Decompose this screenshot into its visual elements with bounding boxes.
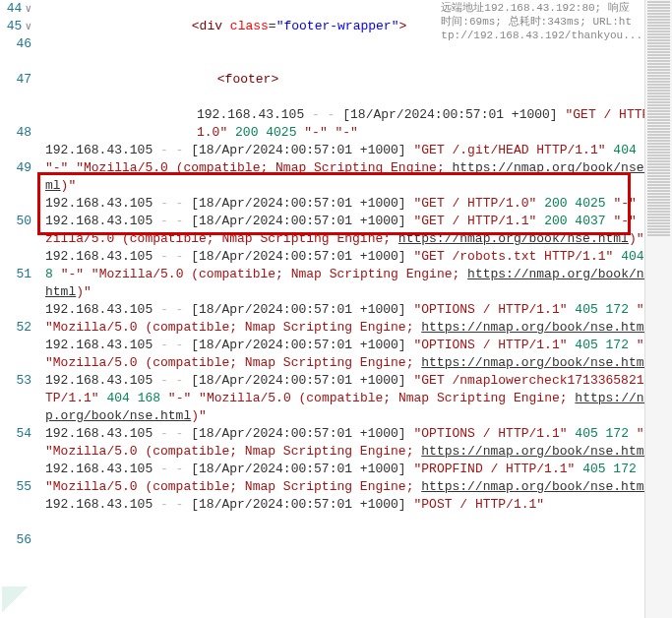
- referer: "-": [168, 391, 191, 405]
- fold-icon[interactable]: ∨: [25, 0, 31, 18]
- line-number-gutter: 44∨ 45∨ 46 47 48 49 50 51 52 53 54 55 56: [0, 0, 41, 618]
- code-line[interactable]: 192.168.43.105 - - [18/Apr/2024:00:57:01…: [45, 496, 672, 514]
- ip: 192.168.43.105: [45, 214, 153, 228]
- eq: =: [269, 19, 276, 33]
- timestamp: [18/Apr/2024:00:57:01 +1000]: [191, 497, 405, 512]
- code-line[interactable]: <footer>: [45, 53, 672, 106]
- url-link[interactable]: https://nmap.org/book/nse.html: [421, 479, 651, 494]
- line-number[interactable]: 54: [0, 425, 31, 478]
- timestamp: [18/Apr/2024:00:57:01 +1000]: [191, 196, 405, 211]
- ip: 192.168.43.105: [197, 107, 304, 122]
- request: "GET / HTTP/1.0": [413, 196, 536, 211]
- line-number[interactable]: 56: [0, 531, 31, 549]
- status: 404: [613, 143, 636, 157]
- ua: "Mozilla/5.0 (compatible; Nmap Scripting…: [45, 355, 421, 370]
- code-line[interactable]: 192.168.43.105 - - [18/Apr/2024:00:57:01…: [45, 461, 672, 496]
- line-number[interactable]: 50: [0, 213, 31, 266]
- code-line[interactable]: 192.168.43.105 - - [18/Apr/2024:00:57:01…: [45, 337, 672, 372]
- ip: 192.168.43.105: [45, 143, 153, 157]
- code-line[interactable]: 192.168.43.105 - - [18/Apr/2024:00:57:01…: [45, 301, 672, 337]
- ip: 192.168.43.105: [45, 426, 153, 441]
- ua: "Mozilla/5.0 (compatible; Nmap Scripting…: [76, 160, 452, 175]
- ua: "Mozilla/5.0 (compatible; Nmap Scripting…: [45, 444, 421, 459]
- ua: "Mozilla/5.0 (compatible; Nmap Scripting…: [45, 320, 421, 335]
- timestamp: [18/Apr/2024:00:57:01 +1000]: [191, 338, 405, 352]
- referer: "-": [45, 160, 68, 175]
- url-link[interactable]: https://nmap.org/book/nse.html: [421, 444, 651, 459]
- request: "POST / HTTP/1.1": [413, 497, 544, 512]
- size: 4037: [575, 214, 605, 228]
- ip: 192.168.43.105: [45, 302, 153, 317]
- line-number[interactable]: 55: [0, 478, 31, 531]
- code-line[interactable]: 192.168.43.105 - - [18/Apr/2024:00:57:01…: [45, 425, 672, 461]
- ua: "-": [336, 125, 358, 140]
- fold-icon[interactable]: ∨: [25, 18, 31, 35]
- code-line[interactable]: 192.168.43.105 - - [18/Apr/2024:00:57:01…: [45, 372, 672, 425]
- url-link[interactable]: https://nmap.org/book/nse.html: [398, 231, 629, 246]
- ip: 192.168.43.105: [45, 373, 153, 388]
- size: 172: [606, 302, 629, 317]
- code-line[interactable]: 192.168.43.105 - - [18/Apr/2024:00:57:01…: [45, 106, 672, 142]
- code-line[interactable]: 192.168.43.105 - - [18/Apr/2024:00:57:01…: [45, 142, 672, 195]
- line-number[interactable]: 46: [0, 35, 31, 71]
- timestamp: [18/Apr/2024:00:57:01 +1000]: [191, 143, 405, 157]
- timestamp: [18/Apr/2024:00:57:01 +1000]: [191, 426, 405, 441]
- timestamp: [18/Apr/2024:00:57:01 +1000]: [191, 249, 405, 264]
- size: 168: [138, 391, 160, 405]
- status: 405: [575, 426, 597, 441]
- minimap[interactable]: [644, 0, 672, 618]
- url-link[interactable]: https://nmap.org/book/nse.html: [421, 355, 651, 370]
- size: 172: [613, 462, 636, 476]
- referer: "-": [304, 125, 327, 140]
- code-line[interactable]: <div class="footer-wrapper">: [45, 0, 672, 53]
- code-line[interactable]: 192.168.43.105 - - [18/Apr/2024:00:57:01…: [45, 195, 672, 213]
- request: "GET / HTTP/1.1": [413, 214, 536, 228]
- request: "GET /robots.txt HTTP/1.1": [413, 249, 613, 264]
- html-tag-close: >: [398, 19, 406, 33]
- timestamp: [18/Apr/2024:00:57:01 +1000]: [191, 462, 405, 476]
- html-tag: <footer: [217, 72, 272, 87]
- timestamp: [18/Apr/2024:00:57:01 +1000]: [342, 107, 557, 122]
- size: 172: [606, 338, 629, 352]
- line-number[interactable]: 53: [0, 372, 31, 425]
- ua: "Mozilla/5.0 (compatible; Nmap Scripting…: [199, 391, 575, 405]
- html-attr-value: "footer-wrapper": [276, 19, 399, 33]
- status: 200: [544, 214, 567, 228]
- size: 172: [606, 426, 629, 441]
- ua: "Mozilla/5.0 (compatible; Nmap Scripting…: [92, 267, 467, 281]
- status: 405: [575, 338, 597, 352]
- line-number[interactable]: 45∨: [0, 18, 31, 35]
- ip: 192.168.43.105: [45, 497, 153, 512]
- status: 405: [575, 302, 597, 317]
- timestamp: [18/Apr/2024:00:57:01 +1000]: [191, 214, 405, 228]
- url-link[interactable]: https://nmap.org/book/nse.html: [421, 320, 651, 335]
- ip: 192.168.43.105: [45, 196, 153, 211]
- html-tag-close: >: [271, 72, 278, 87]
- referer: "-": [613, 214, 636, 228]
- ua: "Mozilla/5.0 (compatible; Nmap Scripting…: [45, 479, 421, 494]
- referer: "-": [61, 267, 84, 281]
- status: 404: [106, 391, 129, 405]
- line-number[interactable]: 44∨: [0, 0, 31, 18]
- html-tag: <div: [192, 19, 230, 33]
- request: "OPTIONS / HTTP/1.1": [413, 426, 567, 441]
- status: 404: [621, 249, 643, 264]
- request: "GET /.git/HEAD HTTP/1.1": [413, 143, 605, 157]
- request: "PROPFIND / HTTP/1.1": [413, 462, 575, 476]
- line-number[interactable]: 49: [0, 159, 31, 213]
- code-line[interactable]: 192.168.43.105 - - [18/Apr/2024:00:57:01…: [45, 213, 672, 248]
- line-number[interactable]: 51: [0, 266, 31, 319]
- code-editor: 44∨ 45∨ 46 47 48 49 50 51 52 53 54 55 56…: [0, 0, 672, 618]
- status: 200: [235, 125, 258, 140]
- code-line[interactable]: 192.168.43.105 - - [18/Apr/2024:00:57:01…: [45, 248, 672, 301]
- timestamp: [18/Apr/2024:00:57:01 +1000]: [191, 373, 405, 388]
- line-number[interactable]: 47: [0, 71, 31, 124]
- status: 200: [544, 196, 567, 211]
- code-area[interactable]: <div class="footer-wrapper"> <footer> 19…: [41, 0, 672, 618]
- request: "OPTIONS / HTTP/1.1": [413, 338, 567, 352]
- request: "OPTIONS / HTTP/1.1": [413, 302, 567, 317]
- html-attr: class: [230, 19, 269, 33]
- line-number[interactable]: 48: [0, 124, 31, 159]
- ip: 192.168.43.105: [45, 338, 153, 352]
- line-number[interactable]: 52: [0, 319, 31, 372]
